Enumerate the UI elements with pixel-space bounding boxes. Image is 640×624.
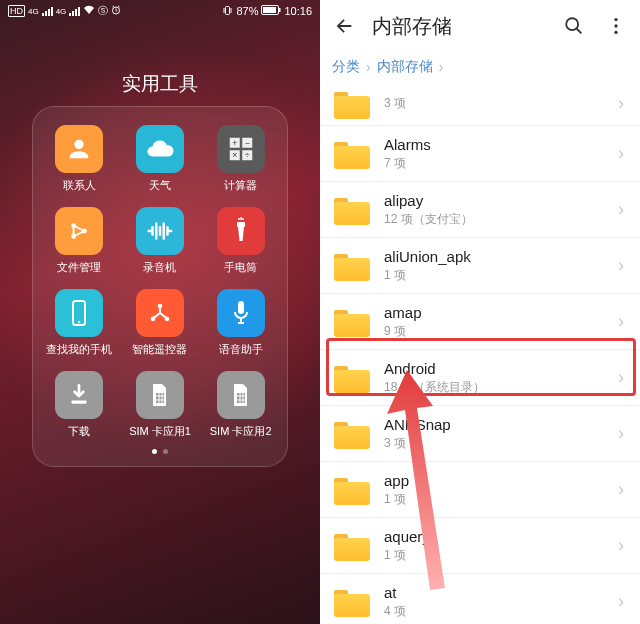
folder-name: at — [384, 584, 618, 601]
status-right: 87% 10:16 — [222, 5, 312, 18]
search-button[interactable] — [560, 12, 588, 40]
remote-icon — [136, 289, 184, 337]
chevron-right-icon: › — [618, 143, 624, 164]
page-title: 内部存储 — [372, 13, 546, 40]
folder-sub: 1 项 — [384, 267, 618, 284]
folder-sub: 4 项 — [384, 603, 618, 620]
svg-rect-24 — [156, 393, 164, 403]
files-icon — [55, 207, 103, 255]
svg-rect-4 — [263, 7, 276, 13]
chevron-right-icon: › — [366, 59, 371, 75]
app-label: 录音机 — [143, 260, 176, 275]
folder-row[interactable]: Alarms7 项› — [320, 126, 640, 182]
folder-icon — [334, 363, 370, 393]
folder-name: app — [384, 472, 618, 489]
folder-sub: 9 项 — [384, 323, 618, 340]
wifi-icon — [83, 5, 95, 17]
chevron-right-icon: › — [439, 59, 444, 75]
mic-icon — [217, 289, 265, 337]
row-text: app1 项 — [384, 472, 618, 508]
row-text: aquery1 项 — [384, 528, 618, 564]
app-download[interactable]: 下载 — [39, 371, 120, 439]
crumb-current[interactable]: 内部存储 — [377, 58, 433, 76]
folder-name: Alarms — [384, 136, 618, 153]
chevron-right-icon: › — [618, 479, 624, 500]
svg-rect-25 — [237, 393, 245, 403]
app-sim[interactable]: SIM 卡应用1 — [120, 371, 201, 439]
breadcrumb[interactable]: 分类 › 内部存储 › — [320, 52, 640, 82]
folder-icon — [334, 89, 370, 119]
folder-name: aliUnion_apk — [384, 248, 618, 265]
app-files[interactable]: 文件管理 — [39, 207, 120, 275]
folder-row[interactable]: amap9 项› — [320, 294, 640, 350]
sim-icon — [217, 371, 265, 419]
row-text: amap9 项 — [384, 304, 618, 340]
folder-name: amap — [384, 304, 618, 321]
app-cloud[interactable]: 天气 — [120, 125, 201, 193]
app-phone[interactable]: 查找我的手机 — [39, 289, 120, 357]
app-label: 下载 — [68, 424, 90, 439]
svg-rect-3 — [279, 8, 281, 12]
folder-icon — [334, 307, 370, 337]
app-label: SIM 卡应用1 — [129, 424, 191, 439]
nfc-icon: ⓢ — [98, 4, 108, 18]
folder-icon — [334, 531, 370, 561]
folder-row[interactable]: at4 项› — [320, 574, 640, 624]
app-sim[interactable]: SIM 卡应用2 — [200, 371, 281, 439]
folder-icon — [334, 475, 370, 505]
clock-text: 10:16 — [284, 5, 312, 17]
svg-rect-22 — [238, 301, 244, 314]
folder-row[interactable]: Android18 项（系统目录）› — [320, 350, 640, 406]
app-calc[interactable]: +−×÷计算器 — [200, 125, 281, 193]
folder-row[interactable]: 3 项› — [320, 82, 640, 126]
svg-point-28 — [614, 24, 617, 27]
crumb-root[interactable]: 分类 — [332, 58, 360, 76]
status-bar: HD 4G 4G ⓢ 87% 10:16 — [0, 0, 320, 22]
status-left: HD 4G 4G ⓢ — [8, 4, 121, 18]
svg-text:×: × — [232, 150, 237, 160]
alarm-icon — [111, 5, 121, 17]
app-remote[interactable]: 智能遥控器 — [120, 289, 201, 357]
svg-text:÷: ÷ — [245, 150, 250, 160]
folder-icon — [334, 195, 370, 225]
folder-name: Android — [384, 360, 618, 377]
app-label: 手电筒 — [224, 260, 257, 275]
phone-icon — [55, 289, 103, 337]
top-bar: 内部存储 — [320, 0, 640, 52]
row-text: at4 项 — [384, 584, 618, 620]
app-mic[interactable]: 语音助手 — [200, 289, 281, 357]
svg-point-29 — [614, 31, 617, 34]
folder-icon — [334, 139, 370, 169]
svg-rect-23 — [72, 400, 87, 403]
chevron-right-icon: › — [618, 93, 624, 114]
row-text: alipay12 项（支付宝） — [384, 192, 618, 228]
app-label: 文件管理 — [57, 260, 101, 275]
app-label: 语音助手 — [219, 342, 263, 357]
svg-point-27 — [614, 18, 617, 21]
folder-sub: 12 项（支付宝） — [384, 211, 618, 228]
app-label: 联系人 — [63, 178, 96, 193]
chevron-right-icon: › — [618, 591, 624, 612]
chevron-right-icon: › — [618, 535, 624, 556]
app-contact[interactable]: 联系人 — [39, 125, 120, 193]
row-text: aliUnion_apk1 项 — [384, 248, 618, 284]
battery-icon — [261, 5, 281, 17]
back-button[interactable] — [330, 12, 358, 40]
calc-icon: +−×÷ — [217, 125, 265, 173]
folder-row[interactable]: aliUnion_apk1 项› — [320, 238, 640, 294]
svg-rect-16 — [237, 222, 245, 227]
folder-sub: 3 项 — [384, 435, 618, 452]
app-wave[interactable]: 录音机 — [120, 207, 201, 275]
row-text: Alarms7 项 — [384, 136, 618, 172]
folder-row[interactable]: alipay12 项（支付宝）› — [320, 182, 640, 238]
folder-icon — [334, 587, 370, 617]
more-button[interactable] — [602, 12, 630, 40]
folder-row[interactable]: ANRSnap3 项› — [320, 406, 640, 462]
folder-row[interactable]: aquery1 项› — [320, 518, 640, 574]
folder-row[interactable]: app1 项› — [320, 462, 640, 518]
app-torch[interactable]: 手电筒 — [200, 207, 281, 275]
chevron-right-icon: › — [618, 311, 624, 332]
home-screen: HD 4G 4G ⓢ 87% 10:16 实用工具 联系人天气+−× — [0, 0, 320, 624]
app-label: 智能遥控器 — [132, 342, 187, 357]
svg-text:+: + — [232, 138, 237, 148]
